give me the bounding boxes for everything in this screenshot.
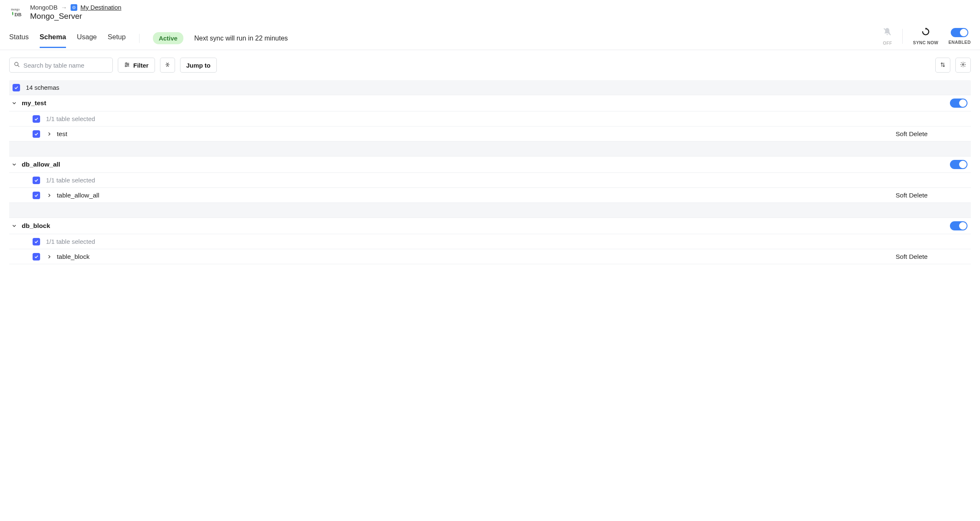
search-box[interactable]	[9, 58, 113, 73]
tables-selected-text: 1/1 table selected	[46, 177, 95, 184]
refresh-icon	[921, 27, 930, 38]
tables-selected-row: 1/1 table selected	[9, 173, 971, 188]
enabled-caption: ENABLED	[948, 40, 971, 45]
jump-to-label: Jump to	[186, 62, 211, 69]
sync-mode: Soft Delete	[896, 253, 971, 260]
header-actions: OFF SYNC NOW ENABLED	[882, 27, 971, 46]
table-name: table_allow_all	[57, 192, 99, 199]
chevron-down-icon[interactable]	[11, 161, 18, 168]
gap-row	[9, 203, 971, 218]
table-checkbox[interactable]	[33, 192, 40, 199]
summary-row: 14 schemas	[9, 80, 971, 95]
tables-selected-row: 1/1 table selected	[9, 111, 971, 126]
tab-status[interactable]: Status	[9, 29, 29, 48]
schema-checkbox[interactable]	[33, 238, 40, 245]
tables-selected-row: 1/1 table selected	[9, 234, 971, 249]
chevron-right-icon[interactable]	[46, 192, 53, 199]
sync-mode: Soft Delete	[896, 192, 971, 199]
schema-list: 14 schemas my_test 1/1 table selected te…	[0, 80, 980, 281]
tab-usage[interactable]: Usage	[77, 29, 97, 48]
collapse-all-button[interactable]	[160, 58, 175, 73]
schema-checkbox[interactable]	[33, 177, 40, 184]
chevron-right-icon[interactable]	[46, 253, 53, 260]
summary-label: 14 schemas	[26, 84, 59, 91]
tables-selected-text: 1/1 table selected	[46, 115, 95, 122]
schema-toggle[interactable]	[950, 99, 967, 108]
destination-icon	[71, 4, 77, 11]
chevron-right-icon[interactable]	[46, 131, 53, 137]
breadcrumb-row: mongo DB MongoDB → My Destination Mongo_…	[9, 4, 971, 21]
sync-now-caption: SYNC NOW	[913, 40, 938, 45]
search-input[interactable]	[23, 62, 108, 69]
svg-text:DB: DB	[15, 12, 22, 18]
schema-checkbox[interactable]	[33, 115, 40, 123]
schema-toggle[interactable]	[950, 221, 967, 230]
page-header: mongo DB MongoDB → My Destination Mongo_…	[0, 0, 980, 50]
sync-mode: Soft Delete	[896, 130, 971, 138]
toggle-switch[interactable]	[951, 28, 968, 37]
schema-name: my_test	[22, 99, 46, 107]
table-row[interactable]: test Soft Delete	[9, 126, 971, 142]
table-row[interactable]: table_allow_all Soft Delete	[9, 188, 971, 203]
settings-button[interactable]	[955, 58, 971, 73]
notifications-caption: OFF	[883, 40, 892, 46]
select-all-checkbox[interactable]	[13, 84, 20, 91]
table-name: test	[57, 130, 67, 138]
jump-to-button[interactable]: Jump to	[180, 58, 217, 73]
filter-button[interactable]: Filter	[118, 58, 155, 73]
tab-setup[interactable]: Setup	[108, 29, 126, 48]
table-row[interactable]: table_block Soft Delete	[9, 249, 971, 264]
search-icon	[14, 61, 20, 69]
gear-icon	[960, 61, 966, 69]
svg-line-6	[18, 65, 19, 67]
table-name: table_block	[57, 253, 89, 260]
schema-row[interactable]: db_block	[9, 218, 971, 234]
schema-toolbar: Filter Jump to	[0, 50, 980, 80]
notifications-toggle[interactable]: OFF	[882, 27, 892, 46]
sliders-icon	[124, 62, 130, 69]
schema-name: db_allow_all	[22, 161, 60, 168]
schema-name: db_block	[22, 222, 50, 230]
schema-row[interactable]: db_allow_all	[9, 157, 971, 173]
chevron-down-icon[interactable]	[11, 100, 18, 106]
schema-toggle[interactable]	[950, 160, 967, 169]
svg-point-8	[126, 63, 127, 64]
chevron-down-icon[interactable]	[11, 223, 18, 229]
enabled-toggle[interactable]: ENABLED	[948, 28, 971, 45]
divider	[902, 29, 903, 44]
tabs: Status Schema Usage Setup Active Next sy…	[9, 29, 288, 48]
schema-row[interactable]: my_test	[9, 95, 971, 111]
collapse-vertical-icon	[165, 62, 170, 69]
tab-schema[interactable]: Schema	[40, 29, 66, 48]
tables-selected-text: 1/1 table selected	[46, 238, 95, 245]
breadcrumb-destination[interactable]: My Destination	[81, 4, 122, 11]
connector-name: Mongo_Server	[30, 12, 121, 21]
table-checkbox[interactable]	[33, 253, 40, 260]
svg-point-3	[74, 7, 74, 8]
arrow-right-icon: →	[61, 4, 67, 11]
sort-button[interactable]	[935, 58, 950, 73]
next-sync-text: Next sync will run in 22 minutes	[194, 35, 288, 42]
breadcrumb: MongoDB → My Destination	[30, 4, 121, 11]
svg-text:mongo: mongo	[11, 8, 20, 11]
mongodb-logo: mongo DB	[9, 6, 27, 19]
bell-slash-icon	[882, 27, 892, 38]
sync-now-button[interactable]: SYNC NOW	[913, 27, 938, 45]
divider	[139, 34, 140, 43]
svg-point-10	[127, 64, 129, 65]
table-checkbox[interactable]	[33, 130, 40, 138]
status-badge: Active	[153, 32, 183, 44]
sort-icon	[940, 62, 946, 69]
svg-point-12	[125, 66, 127, 67]
svg-point-14	[962, 64, 964, 66]
filter-label: Filter	[133, 62, 149, 69]
svg-point-5	[15, 62, 18, 66]
gap-row	[9, 142, 971, 157]
breadcrumb-source[interactable]: MongoDB	[30, 4, 58, 11]
